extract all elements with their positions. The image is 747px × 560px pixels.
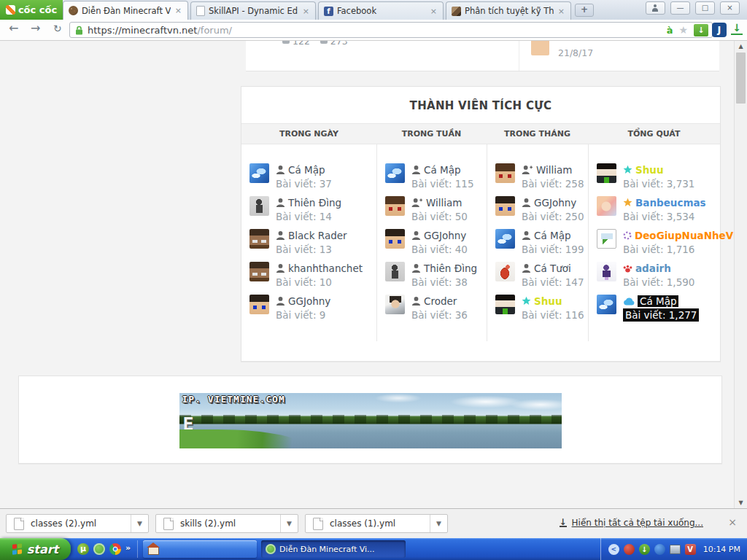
member-name[interactable]: adairh — [635, 262, 671, 274]
member-name[interactable]: GGJohny — [534, 197, 576, 209]
member-name[interactable]: Banbeucmas — [635, 197, 706, 209]
replies-count: 122 — [282, 41, 310, 47]
caret-down-icon[interactable]: ▼ — [131, 515, 148, 532]
start-button[interactable]: start — [0, 538, 71, 560]
member-name[interactable]: GGJohny — [288, 295, 330, 307]
reload-button[interactable]: ↻ — [53, 23, 62, 34]
member-name[interactable]: Black Rader — [288, 230, 347, 241]
avatar[interactable] — [495, 295, 515, 314]
scroll-down-arrow[interactable]: ▼ — [735, 499, 747, 506]
tab-close-icon[interactable]: × — [557, 7, 565, 16]
member-entry: GGJohnyBài viết: 9 — [249, 295, 376, 321]
tab[interactable]: SkillAPI - Dynamic Editor× — [190, 1, 316, 20]
page-scrollbar[interactable]: ▲ ▼ — [734, 41, 747, 508]
member-name[interactable]: Shuu — [635, 164, 664, 176]
task-button-active-browser[interactable]: Diễn Đàn Minecraft Vi... — [261, 540, 406, 558]
avatar[interactable] — [249, 229, 269, 249]
utorrent-icon[interactable]: µ — [77, 543, 89, 555]
minecraft-server-banner[interactable]: IP. VIETMINE.COM E — [179, 393, 562, 448]
avatar[interactable] — [597, 229, 616, 249]
coccoc-icon[interactable] — [93, 543, 105, 555]
tray-collapse-chevron[interactable]: < — [608, 544, 619, 555]
avatar[interactable] — [597, 295, 616, 314]
quicklaunch-overflow-chevron[interactable]: » — [125, 543, 131, 553]
tab[interactable]: Phân tích tuyệt kỹ Thiếu Lâm× — [446, 1, 571, 20]
caret-down-icon[interactable]: ▼ — [430, 515, 447, 532]
coccoc-menu-button[interactable]: cốc cốc — [0, 0, 63, 20]
member-name[interactable]: Shuu — [534, 295, 562, 307]
avatar[interactable] — [385, 163, 405, 183]
url-path: /forum/ — [197, 25, 232, 36]
member-name[interactable]: Cá Mập — [424, 164, 460, 176]
avatar[interactable] — [249, 295, 269, 314]
member-name[interactable]: Cá Mập — [534, 230, 570, 241]
download-item[interactable]: classes (1).yml▼ — [305, 514, 448, 533]
avatar[interactable] — [495, 163, 515, 183]
tray-app-red-icon[interactable] — [624, 544, 635, 555]
member-name[interactable]: Thiên Đìng — [424, 262, 477, 274]
download-item[interactable]: classes (2).yml▼ — [6, 514, 149, 533]
tab[interactable]: fFacebook× — [318, 1, 444, 20]
member-name[interactable]: William — [536, 164, 572, 176]
tab-close-icon[interactable]: × — [174, 6, 182, 15]
member-info: Thiên ĐìngBài viết: 14 — [276, 196, 341, 222]
member-name[interactable]: khanhthanchet — [288, 262, 363, 274]
avatar[interactable] — [597, 262, 616, 281]
scroll-up-arrow[interactable]: ▲ — [735, 43, 747, 50]
member-info: Cá MậpBài viết: 37 — [276, 163, 332, 190]
task-button-home[interactable] — [143, 540, 257, 558]
save-page-button[interactable]: ↓ — [694, 24, 708, 36]
downloads-toolbar-icon[interactable]: ↓ — [731, 22, 743, 35]
minimize-button[interactable]: — — [670, 1, 690, 15]
tab-close-icon[interactable]: × — [302, 7, 310, 16]
views-icon — [320, 41, 328, 44]
avatar[interactable] — [597, 163, 616, 183]
avatar[interactable] — [249, 262, 269, 281]
downloads-bar: classes (2).yml▼skills (2).yml▼classes (… — [0, 508, 747, 538]
avatar[interactable] — [385, 262, 405, 281]
avatar[interactable] — [385, 295, 405, 314]
vietnamese-input-icon[interactable]: à — [667, 25, 673, 36]
member-name[interactable]: Cá Mập — [288, 164, 325, 176]
address-bar[interactable]: https://minecraftvn.net/forum/ à ★ ↓ — [69, 22, 713, 38]
avatar[interactable] — [597, 196, 616, 216]
forum-row-partial: 122 273 21/8/17 — [246, 41, 719, 71]
member-name[interactable]: Croder — [424, 295, 457, 307]
member-name[interactable]: Cá Mập — [638, 295, 678, 307]
avatar[interactable] — [385, 229, 405, 249]
avatar[interactable] — [249, 196, 269, 216]
close-button[interactable]: × — [720, 1, 740, 15]
profile-button[interactable] — [646, 1, 665, 15]
show-all-downloads-link[interactable]: ↓ Hiển thị tất cả tệp tải xuống... — [560, 518, 703, 528]
member-name[interactable]: DeoGiupNuaNheVnN — [635, 230, 747, 241]
bookmark-star-icon[interactable]: ★ — [678, 24, 688, 36]
network-monitor-icon[interactable] — [670, 545, 681, 554]
tray-app-v-icon[interactable]: V — [685, 544, 696, 555]
avatar[interactable] — [495, 196, 515, 216]
downloader-extension-icon[interactable]: J — [712, 23, 727, 37]
back-button[interactable]: ← — [9, 21, 18, 35]
close-downloads-bar-button[interactable]: × — [728, 516, 737, 528]
browser-tab-bar: cốc cốc Diễn Đàn Minecraft Việt Nam×Skil… — [0, 0, 747, 20]
chrome-icon[interactable] — [109, 543, 121, 555]
new-tab-button[interactable]: + — [575, 4, 594, 17]
member-name[interactable]: Cá Tươi — [534, 262, 571, 274]
avatar[interactable] — [249, 163, 269, 183]
avatar[interactable] — [385, 196, 405, 216]
last-poster-avatar[interactable] — [531, 41, 549, 55]
member-name[interactable]: GGJohny — [424, 230, 466, 241]
tray-app-blue-icon[interactable] — [654, 544, 665, 555]
member-line: khanhthanchet — [276, 262, 363, 276]
scrollbar-thumb[interactable] — [736, 52, 746, 104]
tab[interactable]: Diễn Đàn Minecraft Việt Nam× — [63, 1, 188, 20]
idm-tray-icon[interactable]: ↓ — [639, 544, 650, 555]
avatar[interactable] — [495, 262, 515, 281]
member-name[interactable]: Thiên Đìng — [288, 197, 341, 209]
forward-button[interactable]: → — [31, 21, 40, 35]
avatar[interactable] — [495, 229, 515, 249]
download-item[interactable]: skills (2).yml▼ — [155, 514, 298, 533]
maximize-button[interactable]: □ — [695, 1, 715, 15]
tab-close-icon[interactable]: × — [430, 7, 438, 16]
caret-down-icon[interactable]: ▼ — [280, 515, 298, 532]
member-name[interactable]: William — [426, 197, 462, 209]
